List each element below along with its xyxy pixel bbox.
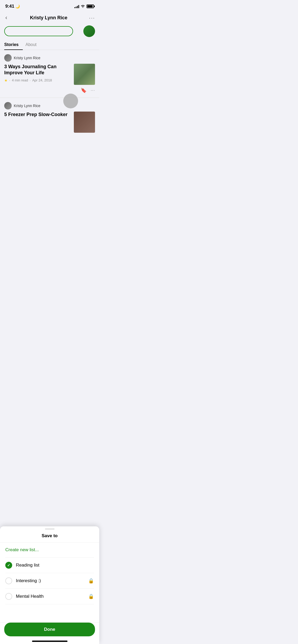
article-title-1[interactable]: 3 Ways Journaling Can Improve Your Life: [4, 64, 71, 76]
author-name-1: Kristy Lynn Rice: [14, 56, 40, 60]
article-author-2: Kristy Lynn Rice: [4, 102, 95, 109]
author-avatar-1: [4, 54, 12, 62]
article-thumbnail-1: [74, 64, 95, 85]
profile-avatar: [83, 25, 95, 37]
article-text-1: 3 Ways Journaling Can Improve Your Life …: [4, 64, 71, 82]
status-bar: 9:41 🌙: [0, 0, 99, 11]
wifi-icon: [81, 4, 85, 8]
dot-separator-2: ·: [30, 78, 31, 82]
bookmark-icon-1[interactable]: 🔖: [81, 88, 87, 93]
nav-header: ‹ Kristy Lynn Rice ···: [0, 11, 99, 25]
read-time-1: 4 min read: [12, 78, 28, 82]
circle-overlay: [63, 94, 78, 108]
article-title-2[interactable]: 5 Freezer Prep Slow-Cooker: [4, 112, 71, 118]
battery-icon: [87, 4, 94, 8]
article-author-1: Kristy Lynn Rice: [4, 54, 95, 62]
status-icons: [74, 4, 94, 8]
article-card-2: Kristy Lynn Rice 5 Freezer Prep Slow-Coo…: [0, 98, 99, 137]
author-avatar-2: [4, 102, 12, 109]
follow-bar[interactable]: [4, 26, 73, 36]
tabs-container: Stories About: [0, 40, 99, 50]
moon-icon: 🌙: [15, 4, 20, 8]
more-button[interactable]: ···: [89, 15, 95, 21]
article-more-button-1[interactable]: ···: [91, 88, 95, 93]
page-title: Kristy Lynn Rice: [30, 15, 67, 21]
back-button[interactable]: ‹: [4, 13, 8, 22]
article-content-2: 5 Freezer Prep Slow-Cooker: [4, 112, 95, 133]
tab-stories[interactable]: Stories: [4, 40, 23, 50]
dot-separator-1: ·: [9, 78, 10, 82]
article-text-2: 5 Freezer Prep Slow-Cooker: [4, 112, 71, 120]
article-thumbnail-2: [74, 112, 95, 133]
status-time: 9:41: [5, 4, 14, 9]
profile-banner: [0, 25, 99, 37]
author-name-2: Kristy Lynn Rice: [14, 104, 40, 108]
article-meta-1: ★ · 4 min read · Apr 24, 2018: [4, 78, 71, 82]
article-date-1: Apr 24, 2018: [32, 78, 52, 82]
star-icon: ★: [4, 78, 8, 82]
signal-icon: [74, 4, 79, 8]
article-card-1: Kristy Lynn Rice 3 Ways Journaling Can I…: [0, 50, 99, 98]
tab-about[interactable]: About: [25, 40, 41, 50]
article-content-1: 3 Ways Journaling Can Improve Your Life …: [4, 64, 95, 85]
